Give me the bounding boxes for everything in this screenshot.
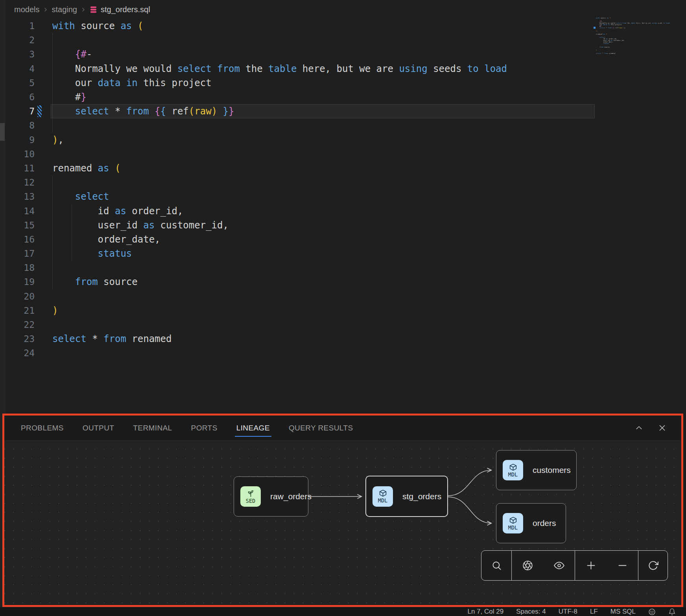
- node-label: stg_orders: [402, 492, 441, 501]
- code-line[interactable]: 22: [5, 318, 686, 332]
- breadcrumb-file-name: stg_orders.sql: [101, 5, 150, 14]
- panel-tab-lineage[interactable]: LINEAGE: [236, 416, 270, 440]
- eye-icon[interactable]: [554, 560, 564, 571]
- code-line[interactable]: 6 #}: [5, 90, 686, 104]
- code-editor[interactable]: 1with source as (23 {#-4 Normally we wou…: [5, 19, 686, 414]
- line-number: 22: [5, 320, 35, 330]
- node-badge-label: MDL: [508, 471, 518, 478]
- code-line[interactable]: 14 id as order_id,: [5, 204, 686, 218]
- node-label: customers: [533, 465, 571, 475]
- status-item-utf-8[interactable]: UTF-8: [559, 608, 577, 616]
- left-strip-thumb[interactable]: [0, 123, 5, 141]
- minimap[interactable]: with source as ( {#- Normally we would s…: [596, 17, 679, 61]
- toolbar-section: [638, 551, 668, 580]
- code-text: ): [52, 305, 58, 316]
- code-text: our data in this project: [52, 77, 212, 88]
- status-item-lf[interactable]: LF: [590, 608, 598, 616]
- gutter-marker-slot: [35, 104, 52, 118]
- code-line[interactable]: 23select * from renamed: [5, 332, 686, 346]
- refresh-icon[interactable]: [648, 560, 658, 571]
- code-line[interactable]: 9),: [5, 133, 686, 147]
- lineage-canvas[interactable]: SEDraw_ordersMDLstg_ordersMDLcustomersMD…: [4, 441, 681, 605]
- gutter-marker-slot: [35, 218, 52, 232]
- zoom-in-icon[interactable]: [586, 560, 596, 571]
- cube-icon: [379, 489, 387, 497]
- bottom-panel: PROBLEMSOUTPUTTERMINALPORTSLINEAGEQUERY …: [4, 416, 681, 605]
- panel-header-actions: [635, 424, 681, 432]
- code-line[interactable]: 2: [5, 33, 686, 47]
- line-number: 20: [5, 291, 35, 302]
- search-icon[interactable]: [491, 560, 502, 571]
- panel-tab-output[interactable]: OUTPUT: [83, 416, 114, 440]
- panel-tab-terminal[interactable]: TERMINAL: [133, 416, 172, 440]
- seedling-icon: [247, 489, 255, 498]
- code-line[interactable]: 16 order_date,: [5, 232, 686, 246]
- line-number: 1: [5, 21, 35, 31]
- status-item-ln-7-col-29[interactable]: Ln 7, Col 29: [467, 608, 503, 616]
- code-line[interactable]: 5 our data in this project: [5, 76, 686, 90]
- lineage-node-orders[interactable]: MDLorders: [496, 503, 566, 543]
- code-text: with source as (: [52, 20, 143, 31]
- chevron-up-icon[interactable]: [635, 424, 643, 432]
- zoom-out-icon[interactable]: [617, 560, 628, 571]
- code-line[interactable]: 15 user_id as customer_id,: [5, 218, 686, 232]
- line-number: 16: [5, 234, 35, 245]
- code-text: renamed as (: [52, 163, 120, 174]
- panel-tab-query-results[interactable]: QUERY RESULTS: [289, 416, 353, 440]
- close-icon[interactable]: [658, 424, 666, 432]
- line-number: 10: [5, 149, 35, 159]
- code-line[interactable]: 8: [5, 118, 686, 132]
- breadcrumb-file[interactable]: stg_orders.sql: [89, 5, 150, 14]
- line-number: 15: [5, 220, 35, 230]
- lineage-node-customers[interactable]: MDLcustomers: [496, 450, 577, 490]
- line-number: 3: [5, 49, 35, 59]
- line-number: 9: [5, 135, 35, 145]
- code-line[interactable]: 19 from source: [5, 275, 686, 289]
- code-line[interactable]: 11renamed as (: [5, 161, 686, 175]
- cube-icon: [509, 463, 517, 471]
- code-text: select * from renamed: [52, 333, 172, 344]
- gutter-marker-slot: [35, 204, 52, 218]
- code-line[interactable]: 3 {#-: [5, 47, 686, 61]
- breadcrumb-item-models[interactable]: models: [14, 5, 39, 14]
- bell-icon[interactable]: [668, 608, 676, 616]
- code-text: select * from {{ ref(raw) }}: [52, 106, 234, 117]
- node-badge-mdl: MDL: [503, 513, 523, 533]
- code-line[interactable]: 7 select * from {{ ref(raw) }}: [5, 104, 686, 118]
- line-number: 2: [5, 35, 35, 45]
- gutter-marker-slot: [35, 261, 52, 275]
- lineage-toolbar: [481, 550, 668, 581]
- lineage-node-stg_orders[interactable]: MDLstg_orders: [365, 476, 448, 517]
- code-line[interactable]: 13 select: [5, 189, 686, 204]
- code-line[interactable]: 4 Normally we would select from the tabl…: [5, 62, 686, 76]
- feedback-icon[interactable]: [648, 608, 656, 616]
- code-line[interactable]: 17 status: [5, 246, 686, 261]
- aperture-icon[interactable]: [522, 560, 533, 571]
- line-number: 8: [5, 120, 35, 131]
- code-line[interactable]: 24: [5, 346, 686, 360]
- code-line[interactable]: 18: [5, 261, 686, 275]
- status-item-ms-sql[interactable]: MS SQL: [610, 608, 636, 616]
- node-label: orders: [533, 519, 556, 528]
- code-line[interactable]: 20: [5, 289, 686, 303]
- code-line[interactable]: 1with source as (: [5, 19, 686, 33]
- panel-tab-problems[interactable]: PROBLEMS: [21, 416, 64, 440]
- gutter-marker-slot: [35, 275, 52, 289]
- lineage-node-raw_orders[interactable]: SEDraw_orders: [234, 476, 308, 517]
- code-text: ),: [52, 134, 64, 145]
- code-line[interactable]: 10: [5, 147, 686, 161]
- line-number: 11: [5, 163, 35, 173]
- line-number: 12: [5, 177, 35, 188]
- gutter-marker-slot: [35, 76, 52, 90]
- line-number: 24: [5, 348, 35, 358]
- gutter-marker-slot: [35, 62, 52, 76]
- line-number: 23: [5, 334, 35, 344]
- breadcrumb-item-staging[interactable]: staging: [52, 5, 77, 14]
- code-line[interactable]: 21): [5, 303, 686, 318]
- line-number: 5: [5, 78, 35, 88]
- code-text: Normally we would select from the table …: [52, 63, 507, 74]
- minimap-modified-marker: [594, 27, 596, 29]
- code-line[interactable]: 12: [5, 175, 686, 189]
- panel-tab-ports[interactable]: PORTS: [191, 416, 218, 440]
- status-item-spaces-4[interactable]: Spaces: 4: [516, 608, 546, 616]
